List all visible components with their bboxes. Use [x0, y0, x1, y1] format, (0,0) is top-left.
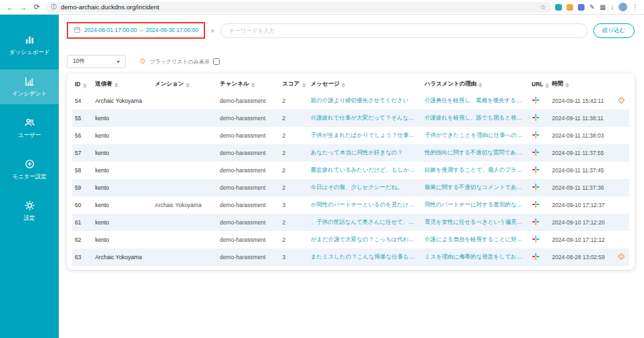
- blacklist-checkbox[interactable]: [213, 58, 220, 65]
- cell-url[interactable]: [529, 196, 549, 214]
- extension-icon-3[interactable]: [578, 4, 585, 11]
- slack-link-icon[interactable]: [532, 203, 540, 210]
- sidebar-item-label: ユーザー: [18, 132, 41, 140]
- col-url[interactable]: URL: [529, 76, 549, 92]
- extension-icon-2[interactable]: [567, 4, 573, 11]
- back-icon[interactable]: ←: [5, 3, 15, 11]
- cell-mention: [152, 92, 217, 110]
- cell-reason: 介護による負担を軽視することに対して迷惑だ…: [422, 231, 528, 248]
- calendar-icon: [73, 26, 81, 35]
- slack-link-icon[interactable]: [532, 99, 540, 106]
- cell-url[interactable]: [529, 144, 549, 162]
- table-row[interactable]: 58 kento demo-harassment 2 最近疲れているみたいだけど…: [72, 162, 629, 179]
- cell-id: 62: [72, 231, 92, 248]
- col-mention[interactable]: メンション: [152, 76, 217, 92]
- slack-link-icon[interactable]: [532, 255, 540, 262]
- cell-url[interactable]: [529, 92, 549, 110]
- incident-chart-icon: [24, 75, 35, 87]
- cell-flag: [615, 162, 629, 179]
- sort-icon: [251, 83, 255, 88]
- cell-mention: [152, 110, 217, 127]
- table-row[interactable]: 61 kento demo-harassment 2 、子供の世話なんて奥さんに…: [72, 214, 629, 231]
- cell-score: 2: [279, 92, 308, 110]
- cell-flag: [615, 127, 629, 144]
- refresh-icon[interactable]: ⟳: [32, 3, 41, 11]
- controls-row: 10件 ▾ ブラックリストのみ表示: [67, 55, 635, 68]
- table-row[interactable]: 57 kento demo-harassment 2 あなたって本当に同性が好き…: [72, 144, 629, 162]
- table-row[interactable]: 63 Archaic Yokoyama demo-harassment 3 また…: [72, 248, 629, 266]
- cell-mention: [152, 179, 217, 196]
- slack-link-icon[interactable]: [532, 220, 540, 227]
- table-row[interactable]: 62 kento demo-harassment 2 がまだ介護で大変なの？こっ…: [72, 231, 629, 248]
- slack-link-icon[interactable]: [532, 116, 540, 123]
- download-icon[interactable]: ↓: [611, 4, 614, 11]
- sidebar-item-monitor-settings[interactable]: モニター設定: [0, 152, 59, 187]
- apps-grid-icon[interactable]: ▦: [600, 4, 606, 11]
- address-bar[interactable]: ⓘ demo-archaic.duckdns.org/incident ☆: [45, 2, 551, 13]
- col-time[interactable]: 時間: [549, 76, 614, 92]
- col-flag: [615, 76, 629, 92]
- col-score[interactable]: スコア: [279, 76, 308, 92]
- cell-channel: demo-harassment: [217, 144, 279, 162]
- table-row[interactable]: 55 kento demo-harassment 2 介護疲れで仕事が大変だって…: [72, 110, 629, 127]
- sidebar-item-dashboard[interactable]: ダッシュボード: [0, 28, 59, 63]
- cell-message: またミスしたの？こんな簡単な仕事もできな…: [308, 248, 422, 266]
- col-sender[interactable]: 送信者: [92, 76, 152, 92]
- cell-flag: [615, 196, 629, 214]
- cell-message: 子供が生まれたばかりでしょう？仕事に集中でき…: [308, 127, 422, 144]
- page-size-select[interactable]: 10件 ▾: [67, 55, 126, 68]
- table-row[interactable]: 59 kento demo-harassment 2 今日はその服、少しセクシー…: [72, 179, 629, 196]
- sort-icon: [478, 83, 482, 88]
- forward-icon[interactable]: →: [19, 3, 28, 11]
- table-row[interactable]: 56 kento demo-harassment 2 子供が生まれたばかりでしょ…: [72, 127, 629, 144]
- col-reason[interactable]: ハラスメントの理由: [422, 76, 528, 92]
- col-message[interactable]: メッセージ: [308, 76, 422, 92]
- clear-date-button[interactable]: ×: [210, 27, 214, 35]
- slack-link-icon[interactable]: [532, 186, 540, 192]
- cell-sender: kento: [92, 231, 152, 248]
- table-row[interactable]: 60 kento Archaic Yokoyama demo-harassmen…: [72, 196, 629, 214]
- edit-extension-icon[interactable]: ✎: [589, 4, 595, 11]
- cell-time: 2024-09-11 15:42:11: [549, 92, 614, 110]
- bookmark-star-icon[interactable]: ☆: [540, 3, 546, 11]
- cell-score: 2: [279, 179, 308, 196]
- cell-url[interactable]: [529, 231, 549, 248]
- cell-url[interactable]: [529, 214, 549, 231]
- slack-link-icon[interactable]: [532, 134, 540, 140]
- cell-mention: [152, 248, 217, 266]
- page-size-value: 10件: [73, 57, 85, 65]
- col-channel[interactable]: チャンネル: [217, 76, 279, 92]
- cell-url[interactable]: [529, 162, 549, 179]
- table-row[interactable]: 54 Archaic Yokoyama demo-harassment 2 親の…: [72, 92, 629, 110]
- cell-reason: 性的指向に関する不適切な質問であり、個人…: [422, 144, 528, 162]
- slack-link-icon[interactable]: [532, 238, 540, 244]
- sidebar-item-settings[interactable]: 設定: [0, 194, 59, 228]
- slack-link-icon[interactable]: [532, 168, 540, 175]
- cell-url[interactable]: [529, 179, 549, 196]
- cell-url[interactable]: [529, 110, 549, 127]
- cell-message: が同性のパートナーといるのを見たけど、も…: [308, 196, 422, 214]
- cell-reason: ミスを理由に侮辱的な発言をしており、重大…: [422, 248, 528, 266]
- date-range-filter[interactable]: 2024-08-01 17:00:00 ～ 2024-09-30 17:00:0…: [69, 25, 202, 36]
- cell-sender: kento: [92, 162, 152, 179]
- cell-channel: demo-harassment: [217, 110, 279, 127]
- cell-url[interactable]: [529, 127, 549, 144]
- sidebar-item-users[interactable]: ユーザー: [0, 111, 59, 146]
- site-info-icon[interactable]: ⓘ: [51, 3, 57, 11]
- cell-reason: 介護責任を軽視し、業務を優先するよう圧力…: [422, 92, 528, 110]
- cell-time: 2024-09-11 11:37:45: [549, 162, 614, 179]
- annotation-highlight: 2024-08-01 17:00:00 ～ 2024-09-30 17:00:0…: [67, 22, 205, 39]
- browser-menu-icon[interactable]: ⋮: [632, 4, 639, 11]
- cell-url[interactable]: [529, 248, 549, 266]
- sort-icon: [83, 83, 87, 88]
- extension-icon-1[interactable]: [555, 4, 562, 11]
- keyword-input[interactable]: [220, 23, 588, 38]
- sidebar-item-incident[interactable]: インシデント: [0, 69, 59, 104]
- cell-channel: demo-harassment: [217, 92, 279, 110]
- col-id[interactable]: ID: [72, 76, 92, 92]
- slack-link-icon[interactable]: [532, 151, 540, 158]
- filter-apply-button[interactable]: 絞り込む: [593, 23, 635, 38]
- profile-avatar[interactable]: [619, 3, 627, 11]
- cell-channel: demo-harassment: [217, 127, 279, 144]
- cell-id: 59: [72, 179, 92, 196]
